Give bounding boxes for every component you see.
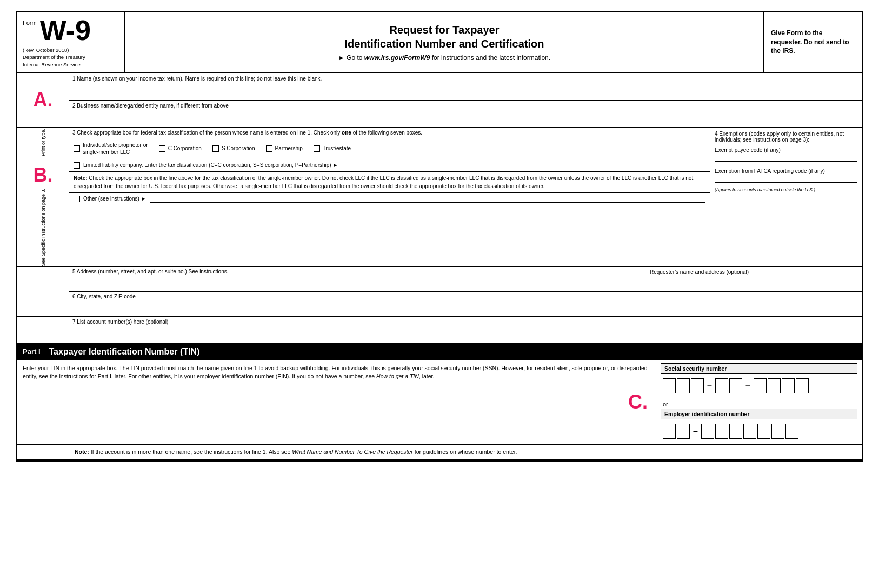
ssn-cell-7[interactable] (768, 378, 781, 393)
side-see-text: See Specific Instructions on page 3. (41, 189, 46, 266)
cb-trust: Trust/estate (314, 145, 351, 152)
ssn-dash-1: – (706, 381, 713, 391)
ssn-segment-2 (715, 378, 742, 393)
part1-body: Enter your TIN in the appropriate box. T… (17, 360, 862, 445)
irs-label: Internal Revenue Service (23, 61, 119, 68)
website-link[interactable]: www.irs.gov/FormW9 (364, 54, 430, 62)
cb-individual: Individual/sole proprietor or single-mem… (74, 142, 148, 156)
row6-left: 6 City, state, and ZIP code (69, 292, 645, 316)
other-row: Other (see instructions) ► (69, 193, 710, 205)
cb-individual-label: Individual/sole proprietor or single-mem… (83, 142, 148, 156)
cb-c-corp-box[interactable] (159, 145, 165, 152)
note-not: not (685, 175, 693, 181)
ein-box-label: Employer identification number (661, 409, 857, 419)
part1-title: Taxpayer Identification Number (TIN) (49, 347, 200, 357)
field6-input[interactable] (69, 300, 645, 316)
part1-left-text: Enter your TIN in the appropriate box. T… (17, 360, 656, 444)
row7-wrapper: 7 List account number(s) here (optional) (17, 317, 862, 344)
field7-label: 7 List account number(s) here (optional) (72, 319, 168, 325)
ssn-cell-8[interactable] (782, 378, 795, 393)
note-block: Note: Check the appropriate box in the l… (69, 172, 710, 193)
row7-content: 7 List account number(s) here (optional) (69, 317, 862, 343)
rev-date: (Rev. October 2018) (23, 46, 119, 54)
form-number: W-9 (40, 16, 91, 44)
ein-cell-9[interactable] (785, 424, 798, 439)
field5-input[interactable] (69, 275, 645, 291)
exemptions-title: 4 Exemptions (codes apply only to certai… (715, 131, 857, 143)
ein-segment-2 (701, 424, 798, 439)
header-left: Form W-9 (Rev. October 2018) Department … (17, 12, 125, 72)
cb-s-corp: S Corporation (212, 145, 255, 152)
ein-cell-5[interactable] (729, 424, 742, 439)
ein-cell-1[interactable] (663, 424, 676, 439)
side-print-text: Print or type. (41, 129, 46, 156)
fatca-input[interactable] (715, 175, 857, 183)
ein-cell-6[interactable] (743, 424, 756, 439)
row5-left: 5 Address (number, street, and apt. or s… (69, 267, 645, 292)
llc-input[interactable] (341, 162, 374, 169)
ein-cell-4[interactable] (715, 424, 728, 439)
header-left-info: (Rev. October 2018) Department of the Tr… (23, 46, 119, 68)
field6-label: 6 City, state, and ZIP code (69, 292, 645, 300)
ssn-cell-1[interactable] (663, 378, 676, 393)
field1-input[interactable] (69, 83, 862, 100)
ssn-box-label: Social security number (661, 363, 857, 374)
label-b: B. (34, 164, 53, 186)
form-word: Form (23, 16, 37, 26)
ssn-cell-4[interactable] (715, 378, 728, 393)
side-label-b-col: Print or type. B. See Specific Instructi… (17, 128, 69, 266)
ssn-cell-3[interactable] (691, 378, 704, 393)
field-row-1: 1 Name (as shown on your income tax retu… (69, 74, 862, 101)
ssn-cell-9[interactable] (796, 378, 809, 393)
ein-cell-8[interactable] (771, 424, 784, 439)
dept-treasury: Department of the Treasury (23, 54, 119, 61)
field2-input[interactable] (69, 110, 862, 127)
cb-trust-box[interactable] (314, 145, 320, 152)
part1-right-inner: C. Social security number – (661, 363, 857, 441)
cb-s-corp-box[interactable] (212, 145, 219, 152)
cb-c-corp: C Corporation (159, 145, 202, 152)
side-label-a: A. (17, 74, 69, 127)
label-a: A. (34, 89, 53, 111)
rows-5-6-wrapper: 5 Address (number, street, and apt. or s… (17, 267, 862, 317)
header-right: Give Form to the requester. Do not send … (764, 12, 862, 72)
rows-1-2-wrapper: A. 1 Name (as shown on your income tax r… (17, 74, 862, 128)
cb-partnership-box[interactable] (266, 145, 272, 152)
fatca-label: Exemption from FATCA reporting code (if … (715, 168, 857, 174)
ssn-cell-5[interactable] (729, 378, 742, 393)
main-title: Request for Taxpayer Identification Numb… (345, 23, 544, 51)
ein-cell-3[interactable] (701, 424, 714, 439)
header-center: Request for Taxpayer Identification Numb… (125, 12, 764, 72)
cb-partnership-label: Partnership (275, 145, 303, 152)
field-row-2: 2 Business name/disregarded entity name,… (69, 101, 862, 127)
part1-label: Part I (23, 348, 41, 356)
part1-right: C. Social security number – (656, 360, 862, 444)
ein-cell-7[interactable] (757, 424, 770, 439)
other-input[interactable] (150, 195, 705, 203)
ssn-cell-2[interactable] (677, 378, 690, 393)
exempt-payee-label: Exempt payee code (if any) (715, 147, 857, 153)
row3-top-label: 3 Check appropriate box for federal tax … (69, 128, 710, 138)
ssn-cell-6[interactable] (754, 378, 767, 393)
field5-label: 5 Address (number, street, and apt. or s… (69, 267, 645, 275)
ein-cell-2[interactable] (677, 424, 690, 439)
llc-row: Limited liability company. Enter the tax… (69, 159, 710, 172)
rows-5-6-content: 5 Address (number, street, and apt. or s… (69, 267, 862, 316)
row7-side (17, 317, 69, 343)
ssn-segment-1 (663, 378, 704, 393)
llc-label: Limited liability company. Enter the tax… (83, 162, 338, 168)
field1-label: 1 Name (as shown on your income tax retu… (69, 74, 862, 83)
other-label: Other (see instructions) ► (83, 196, 146, 202)
field2-label: 2 Business name/disregarded entity name,… (69, 101, 862, 110)
checkboxes-row: Individual/sole proprietor or single-mem… (69, 138, 710, 159)
cb-partnership: Partnership (266, 145, 303, 152)
cb-individual-box[interactable] (74, 145, 80, 152)
cb-llc-box[interactable] (74, 162, 80, 169)
field7-input[interactable] (72, 325, 858, 341)
exempt-payee-input[interactable] (715, 154, 857, 162)
row4-content: 4 Exemptions (codes apply only to certai… (710, 128, 862, 266)
cb-other-box[interactable] (74, 196, 80, 202)
ssn-dash-2: – (744, 381, 751, 391)
ssn-segment-3 (754, 378, 809, 393)
cb-c-corp-label: C Corporation (168, 145, 202, 152)
